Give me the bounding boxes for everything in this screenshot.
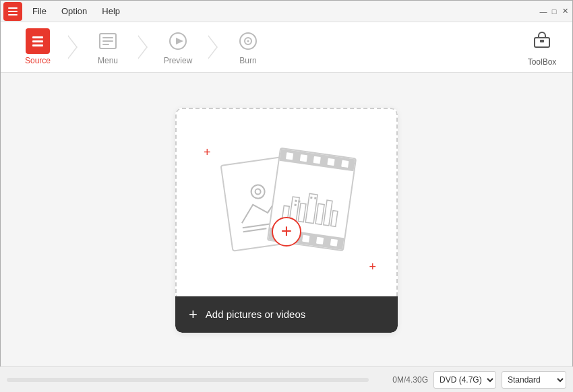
menu-option[interactable]: Option bbox=[54, 1, 94, 22]
source-arrow bbox=[68, 35, 78, 59]
source-label: Source bbox=[25, 56, 51, 65]
restore-button[interactable]: □ bbox=[549, 7, 559, 16]
svg-rect-31 bbox=[310, 196, 312, 198]
deco-plus-topleft: + bbox=[204, 146, 211, 158]
add-plus-icon: + bbox=[189, 307, 198, 322]
menu-label: Menu bbox=[98, 56, 118, 65]
toolbar-toolbox[interactable]: ToolBox bbox=[518, 24, 566, 71]
disc-select[interactable]: DVD (4.7G) DVD (8.5G) BD (25G) bbox=[433, 371, 496, 389]
svg-marker-11 bbox=[176, 38, 183, 44]
deco-plus-bottomright: + bbox=[369, 261, 376, 273]
toolbar-burn[interactable]: Burn bbox=[218, 24, 278, 71]
toolbox-label: ToolBox bbox=[528, 57, 557, 67]
preview-arrow bbox=[208, 35, 218, 59]
status-bar: 0M/4.30G DVD (4.7G) DVD (8.5G) BD (25G) … bbox=[0, 366, 573, 392]
app-icon bbox=[3, 2, 22, 21]
toolbox-icon bbox=[530, 28, 554, 52]
minimize-button[interactable]: — bbox=[539, 7, 548, 16]
menu-help[interactable]: Help bbox=[94, 1, 127, 22]
source-icon bbox=[26, 29, 50, 53]
svg-line-20 bbox=[243, 228, 267, 232]
plus-circle-icon: + bbox=[281, 222, 292, 240]
preview-icon bbox=[166, 29, 190, 53]
svg-rect-2 bbox=[8, 14, 18, 15]
preview-label: Preview bbox=[164, 56, 193, 65]
add-button-label: Add pictures or videos bbox=[206, 308, 305, 320]
svg-rect-30 bbox=[294, 203, 296, 205]
toolbar-menu[interactable]: Menu bbox=[78, 24, 138, 71]
svg-rect-7 bbox=[102, 37, 113, 38]
svg-rect-28 bbox=[295, 199, 297, 201]
svg-rect-1 bbox=[8, 11, 18, 12]
svg-rect-8 bbox=[102, 40, 113, 42]
drop-area[interactable]: + + bbox=[175, 108, 398, 296]
toolbar-source[interactable]: Source bbox=[7, 24, 68, 71]
svg-rect-25 bbox=[315, 203, 324, 224]
svg-rect-3 bbox=[32, 36, 43, 38]
svg-rect-9 bbox=[102, 44, 109, 45]
menu-icon bbox=[96, 29, 120, 53]
svg-point-17 bbox=[250, 184, 266, 199]
progress-bar bbox=[7, 378, 369, 382]
media-illustration: + bbox=[219, 145, 354, 267]
svg-rect-0 bbox=[8, 7, 18, 9]
svg-rect-23 bbox=[298, 203, 306, 222]
svg-point-18 bbox=[255, 189, 261, 195]
menu-arrow bbox=[138, 35, 148, 59]
toolbar-preview[interactable]: Preview bbox=[148, 24, 208, 71]
main-content: + + bbox=[1, 73, 572, 367]
svg-rect-4 bbox=[32, 40, 43, 42]
quality-select[interactable]: Standard High Quality Ultra bbox=[502, 371, 566, 389]
title-bar: File Option Help — □ ✕ bbox=[1, 1, 572, 22]
svg-rect-32 bbox=[314, 197, 316, 199]
burn-label: Burn bbox=[239, 56, 256, 65]
svg-point-14 bbox=[247, 40, 249, 42]
menu-file[interactable]: File bbox=[25, 1, 54, 22]
svg-rect-27 bbox=[330, 210, 337, 226]
svg-rect-5 bbox=[32, 44, 43, 46]
drop-zone[interactable]: + + bbox=[175, 108, 398, 333]
menu-bar: File Option Help bbox=[25, 1, 127, 22]
add-button[interactable]: + Add pictures or videos bbox=[175, 296, 398, 333]
window-controls: — □ ✕ bbox=[539, 7, 570, 16]
progress-text: 0M/4.30G bbox=[374, 375, 428, 385]
toolbar: Source Menu Preview bbox=[1, 22, 572, 73]
burn-icon bbox=[236, 29, 260, 53]
plus-circle: + bbox=[272, 217, 301, 247]
svg-rect-16 bbox=[540, 40, 544, 42]
close-button[interactable]: ✕ bbox=[560, 7, 570, 16]
